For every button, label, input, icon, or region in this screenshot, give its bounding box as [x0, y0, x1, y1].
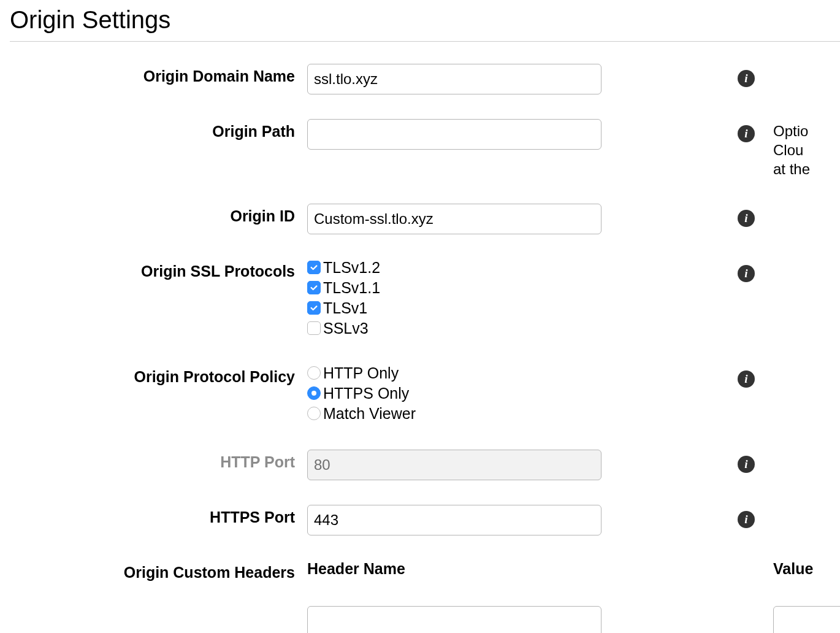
header-value-label: Value — [773, 560, 840, 578]
custom-header-value-input[interactable] — [773, 606, 840, 633]
origin-ssl-protocols-group: TLSv1.2 TLSv1.1 TLSv1 SSLv3 — [307, 259, 614, 340]
origin-protocol-policy-group: HTTP Only HTTPS Only Match Viewer — [307, 364, 614, 425]
radio-https-only[interactable] — [307, 386, 321, 400]
origin-settings-form: Origin Domain Name i Origin Path i Optio… — [10, 64, 840, 633]
origin-domain-name-input[interactable] — [307, 64, 601, 94]
origin-protocol-policy-label: Origin Protocol Policy — [10, 364, 295, 386]
checkbox-sslv3-label: SSLv3 — [323, 320, 368, 337]
checkbox-tlsv11-label: TLSv1.1 — [323, 279, 380, 297]
origin-ssl-protocols-label: Origin SSL Protocols — [10, 259, 295, 280]
page-title: Origin Settings — [10, 6, 840, 34]
info-icon[interactable]: i — [738, 125, 755, 142]
https-port-label: HTTPS Port — [10, 505, 295, 526]
info-icon[interactable]: i — [738, 456, 755, 473]
checkbox-tlsv1[interactable] — [307, 301, 321, 315]
origin-id-label: Origin ID — [10, 204, 295, 225]
origin-path-help: OptioClouat the — [773, 119, 840, 179]
radio-match-viewer[interactable] — [307, 407, 321, 420]
info-icon[interactable]: i — [738, 370, 755, 388]
https-port-input[interactable] — [307, 505, 601, 535]
radio-match-viewer-label: Match Viewer — [323, 405, 416, 423]
header-name-label: Header Name — [307, 560, 614, 578]
info-icon[interactable]: i — [738, 511, 755, 528]
checkbox-tlsv12[interactable] — [307, 261, 321, 274]
radio-https-only-label: HTTPS Only — [323, 385, 409, 402]
http-port-input — [307, 450, 601, 480]
origin-domain-name-label: Origin Domain Name — [10, 64, 295, 85]
radio-http-only-label: HTTP Only — [323, 364, 399, 382]
http-port-label: HTTP Port — [10, 450, 295, 471]
checkbox-tlsv1-label: TLSv1 — [323, 299, 367, 317]
divider — [10, 41, 840, 42]
info-icon[interactable]: i — [738, 265, 755, 282]
origin-id-input[interactable] — [307, 204, 601, 234]
checkbox-tlsv11[interactable] — [307, 281, 321, 294]
custom-header-name-input[interactable] — [307, 606, 601, 633]
info-icon[interactable]: i — [738, 210, 755, 227]
radio-http-only[interactable] — [307, 366, 321, 380]
info-icon[interactable]: i — [738, 70, 755, 87]
origin-custom-headers-label: Origin Custom Headers — [10, 560, 295, 581]
origin-path-input[interactable] — [307, 119, 601, 150]
checkbox-tlsv12-label: TLSv1.2 — [323, 259, 380, 277]
origin-path-label: Origin Path — [10, 119, 295, 140]
checkbox-sslv3[interactable] — [307, 321, 321, 335]
